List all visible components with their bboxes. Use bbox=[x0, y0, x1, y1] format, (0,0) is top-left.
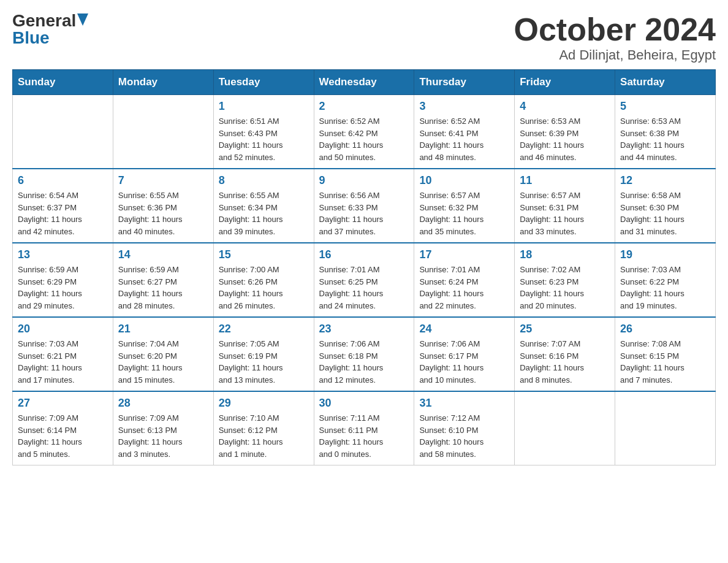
day-number: 10 bbox=[419, 174, 509, 187]
day-info: Sunrise: 7:12 AM Sunset: 6:10 PM Dayligh… bbox=[419, 412, 509, 460]
calendar-cell bbox=[13, 95, 113, 169]
svg-marker-0 bbox=[77, 13, 88, 26]
day-number: 2 bbox=[319, 100, 409, 113]
day-number: 19 bbox=[620, 248, 710, 261]
calendar-cell: 14Sunrise: 6:59 AM Sunset: 6:27 PM Dayli… bbox=[113, 243, 213, 317]
day-number: 31 bbox=[419, 397, 509, 410]
day-number: 26 bbox=[620, 323, 710, 335]
calendar-cell: 25Sunrise: 7:07 AM Sunset: 6:16 PM Dayli… bbox=[515, 317, 615, 391]
calendar-cell: 6Sunrise: 6:54 AM Sunset: 6:37 PM Daylig… bbox=[13, 169, 113, 243]
day-info: Sunrise: 6:53 AM Sunset: 6:38 PM Dayligh… bbox=[620, 115, 710, 163]
calendar-cell: 28Sunrise: 7:09 AM Sunset: 6:13 PM Dayli… bbox=[113, 391, 213, 465]
calendar-cell: 27Sunrise: 7:09 AM Sunset: 6:14 PM Dayli… bbox=[13, 391, 113, 465]
day-number: 17 bbox=[419, 248, 509, 261]
calendar-cell: 10Sunrise: 6:57 AM Sunset: 6:32 PM Dayli… bbox=[414, 169, 515, 243]
day-info: Sunrise: 7:07 AM Sunset: 6:16 PM Dayligh… bbox=[520, 338, 610, 386]
day-number: 15 bbox=[219, 248, 309, 261]
day-info: Sunrise: 7:10 AM Sunset: 6:12 PM Dayligh… bbox=[219, 412, 309, 460]
day-number: 7 bbox=[118, 174, 208, 187]
weekday-header-monday: Monday bbox=[113, 70, 213, 95]
logo-arrow-icon bbox=[77, 13, 88, 26]
calendar-cell: 13Sunrise: 6:59 AM Sunset: 6:29 PM Dayli… bbox=[13, 243, 113, 317]
day-info: Sunrise: 7:08 AM Sunset: 6:15 PM Dayligh… bbox=[620, 338, 710, 386]
day-number: 13 bbox=[18, 248, 108, 261]
calendar-cell: 20Sunrise: 7:03 AM Sunset: 6:21 PM Dayli… bbox=[13, 317, 113, 391]
calendar-week-row: 27Sunrise: 7:09 AM Sunset: 6:14 PM Dayli… bbox=[13, 391, 716, 465]
calendar-cell: 19Sunrise: 7:03 AM Sunset: 6:22 PM Dayli… bbox=[615, 243, 716, 317]
calendar-cell: 17Sunrise: 7:01 AM Sunset: 6:24 PM Dayli… bbox=[414, 243, 515, 317]
day-number: 8 bbox=[219, 174, 309, 187]
day-info: Sunrise: 7:01 AM Sunset: 6:25 PM Dayligh… bbox=[319, 264, 409, 312]
calendar-week-row: 1Sunrise: 6:51 AM Sunset: 6:43 PM Daylig… bbox=[13, 95, 716, 169]
calendar-cell: 21Sunrise: 7:04 AM Sunset: 6:20 PM Dayli… bbox=[113, 317, 213, 391]
calendar-cell: 30Sunrise: 7:11 AM Sunset: 6:11 PM Dayli… bbox=[314, 391, 414, 465]
day-info: Sunrise: 6:53 AM Sunset: 6:39 PM Dayligh… bbox=[520, 115, 610, 163]
calendar-cell: 23Sunrise: 7:06 AM Sunset: 6:18 PM Dayli… bbox=[314, 317, 414, 391]
day-number: 16 bbox=[319, 248, 409, 261]
day-number: 21 bbox=[118, 323, 208, 335]
calendar-cell: 12Sunrise: 6:58 AM Sunset: 6:30 PM Dayli… bbox=[615, 169, 716, 243]
day-number: 23 bbox=[319, 323, 409, 335]
calendar-week-row: 20Sunrise: 7:03 AM Sunset: 6:21 PM Dayli… bbox=[13, 317, 716, 391]
calendar-cell: 9Sunrise: 6:56 AM Sunset: 6:33 PM Daylig… bbox=[314, 169, 414, 243]
day-info: Sunrise: 6:58 AM Sunset: 6:30 PM Dayligh… bbox=[620, 190, 710, 237]
day-info: Sunrise: 6:57 AM Sunset: 6:32 PM Dayligh… bbox=[419, 190, 509, 237]
day-info: Sunrise: 6:56 AM Sunset: 6:33 PM Dayligh… bbox=[319, 190, 409, 237]
calendar-week-row: 6Sunrise: 6:54 AM Sunset: 6:37 PM Daylig… bbox=[13, 169, 716, 243]
day-number: 5 bbox=[620, 100, 710, 113]
day-number: 28 bbox=[118, 397, 208, 410]
day-number: 1 bbox=[219, 100, 309, 113]
calendar-table: SundayMondayTuesdayWednesdayThursdayFrid… bbox=[12, 69, 716, 465]
calendar-cell bbox=[615, 391, 716, 465]
day-info: Sunrise: 7:11 AM Sunset: 6:11 PM Dayligh… bbox=[319, 412, 409, 460]
calendar-cell: 18Sunrise: 7:02 AM Sunset: 6:23 PM Dayli… bbox=[515, 243, 615, 317]
day-number: 24 bbox=[419, 323, 509, 335]
calendar-cell: 5Sunrise: 6:53 AM Sunset: 6:38 PM Daylig… bbox=[615, 95, 716, 169]
day-number: 14 bbox=[118, 248, 208, 261]
day-info: Sunrise: 6:57 AM Sunset: 6:31 PM Dayligh… bbox=[520, 190, 610, 237]
calendar-cell bbox=[515, 391, 615, 465]
day-number: 30 bbox=[319, 397, 409, 410]
calendar-cell: 31Sunrise: 7:12 AM Sunset: 6:10 PM Dayli… bbox=[414, 391, 515, 465]
calendar-cell: 16Sunrise: 7:01 AM Sunset: 6:25 PM Dayli… bbox=[314, 243, 414, 317]
day-number: 6 bbox=[18, 174, 108, 187]
day-number: 20 bbox=[18, 323, 108, 335]
calendar-cell: 2Sunrise: 6:52 AM Sunset: 6:42 PM Daylig… bbox=[314, 95, 414, 169]
calendar-header-row: SundayMondayTuesdayWednesdayThursdayFrid… bbox=[13, 70, 716, 95]
day-info: Sunrise: 6:54 AM Sunset: 6:37 PM Dayligh… bbox=[18, 190, 108, 237]
day-info: Sunrise: 6:52 AM Sunset: 6:42 PM Dayligh… bbox=[319, 115, 409, 163]
location-title: Ad Dilinjat, Beheira, Egypt bbox=[514, 47, 716, 63]
day-info: Sunrise: 6:51 AM Sunset: 6:43 PM Dayligh… bbox=[219, 115, 309, 163]
day-info: Sunrise: 6:52 AM Sunset: 6:41 PM Dayligh… bbox=[419, 115, 509, 163]
day-info: Sunrise: 7:04 AM Sunset: 6:20 PM Dayligh… bbox=[118, 338, 208, 386]
day-info: Sunrise: 7:06 AM Sunset: 6:17 PM Dayligh… bbox=[419, 338, 509, 386]
weekday-header-thursday: Thursday bbox=[414, 70, 515, 95]
day-info: Sunrise: 7:03 AM Sunset: 6:22 PM Dayligh… bbox=[620, 264, 710, 312]
calendar-cell: 4Sunrise: 6:53 AM Sunset: 6:39 PM Daylig… bbox=[515, 95, 615, 169]
calendar-cell: 15Sunrise: 7:00 AM Sunset: 6:26 PM Dayli… bbox=[213, 243, 314, 317]
calendar-cell: 26Sunrise: 7:08 AM Sunset: 6:15 PM Dayli… bbox=[615, 317, 716, 391]
calendar-cell: 1Sunrise: 6:51 AM Sunset: 6:43 PM Daylig… bbox=[213, 95, 314, 169]
calendar-cell bbox=[113, 95, 213, 169]
calendar-cell: 29Sunrise: 7:10 AM Sunset: 6:12 PM Dayli… bbox=[213, 391, 314, 465]
logo-general-text: General bbox=[12, 12, 76, 29]
weekday-header-tuesday: Tuesday bbox=[213, 70, 314, 95]
title-section: October 2024 Ad Dilinjat, Beheira, Egypt bbox=[514, 12, 716, 63]
weekday-header-sunday: Sunday bbox=[13, 70, 113, 95]
day-info: Sunrise: 6:59 AM Sunset: 6:29 PM Dayligh… bbox=[18, 264, 108, 312]
day-info: Sunrise: 7:05 AM Sunset: 6:19 PM Dayligh… bbox=[219, 338, 309, 386]
calendar-cell: 7Sunrise: 6:55 AM Sunset: 6:36 PM Daylig… bbox=[113, 169, 213, 243]
weekday-header-saturday: Saturday bbox=[615, 70, 716, 95]
calendar-cell: 24Sunrise: 7:06 AM Sunset: 6:17 PM Dayli… bbox=[414, 317, 515, 391]
day-info: Sunrise: 7:01 AM Sunset: 6:24 PM Dayligh… bbox=[419, 264, 509, 312]
day-number: 3 bbox=[419, 100, 509, 113]
day-number: 18 bbox=[520, 248, 610, 261]
day-info: Sunrise: 7:09 AM Sunset: 6:14 PM Dayligh… bbox=[18, 412, 108, 460]
day-number: 9 bbox=[319, 174, 409, 187]
day-info: Sunrise: 6:55 AM Sunset: 6:36 PM Dayligh… bbox=[118, 190, 208, 237]
calendar-cell: 3Sunrise: 6:52 AM Sunset: 6:41 PM Daylig… bbox=[414, 95, 515, 169]
logo-blue-text: Blue bbox=[12, 29, 50, 47]
page-header: General Blue October 2024 Ad Dilinjat, B… bbox=[12, 12, 716, 63]
calendar-cell: 8Sunrise: 6:55 AM Sunset: 6:34 PM Daylig… bbox=[213, 169, 314, 243]
calendar-cell: 11Sunrise: 6:57 AM Sunset: 6:31 PM Dayli… bbox=[515, 169, 615, 243]
